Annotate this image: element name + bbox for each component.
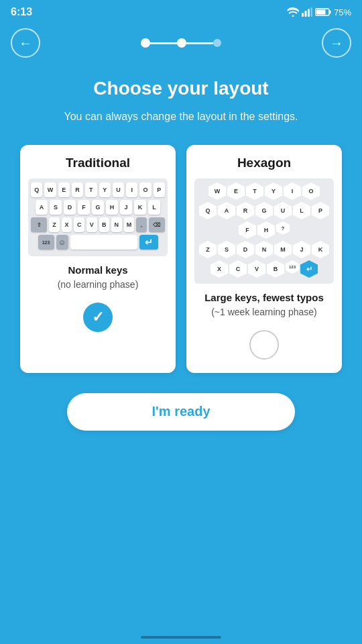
- key-enter: ↵: [139, 235, 158, 250]
- key-backspace: ⌫: [149, 217, 165, 232]
- key-w: W: [44, 182, 56, 197]
- traditional-desc-main: Normal keys: [68, 264, 127, 276]
- battery-icon: [315, 8, 331, 16]
- svg-rect-3: [310, 7, 312, 17]
- key-r: R: [72, 182, 83, 197]
- key-l: L: [148, 200, 160, 215]
- traditional-desc-sub: (no learning phase): [58, 278, 139, 292]
- nav-bar: ← →: [0, 21, 362, 64]
- hkey-t: T: [246, 182, 263, 200]
- traditional-card[interactable]: Traditional Q W E R T Y U I O P A S D F …: [20, 145, 176, 373]
- progress-indicator: [141, 38, 221, 48]
- hkey-i: I: [284, 182, 301, 200]
- back-button[interactable]: ←: [11, 28, 40, 58]
- svg-rect-2: [308, 9, 310, 17]
- hkey-123: 123: [286, 260, 299, 274]
- key-c: C: [74, 217, 84, 232]
- hexagon-keyboard-preview: W E T Y I O Q A R G U L P F H ?: [194, 178, 334, 284]
- hkey-k: K: [312, 241, 329, 258]
- key-o: O: [139, 182, 151, 197]
- key-u: U: [113, 182, 124, 197]
- hkey-e: E: [227, 182, 245, 200]
- hkey-p: P: [312, 202, 329, 219]
- hkey-a: A: [218, 202, 235, 219]
- hexagon-desc-main: Large keys, fewest typos: [204, 292, 324, 303]
- key-m: M: [124, 217, 135, 232]
- page-subtitle: You can always change the layout in the …: [27, 109, 335, 125]
- hkey-question: ?: [276, 221, 290, 235]
- layout-cards-container: Traditional Q W E R T Y U I O P A S D F …: [0, 131, 362, 373]
- key-q: Q: [31, 182, 42, 197]
- key-f: F: [78, 200, 90, 215]
- progress-dot-3: [213, 39, 221, 47]
- hkey-q: Q: [199, 202, 217, 219]
- back-icon: ←: [19, 36, 32, 51]
- progress-dot-2: [177, 38, 186, 48]
- hkey-enter: ↵: [300, 260, 318, 278]
- hex-row-3: F H ?: [196, 221, 333, 239]
- hkey-u: U: [274, 202, 292, 219]
- hkey-l: L: [293, 202, 310, 219]
- kb-row-4: 123 ☺ ↵: [31, 235, 165, 250]
- hkey-j: J: [293, 241, 310, 258]
- hkey-c: C: [229, 260, 247, 278]
- key-t: T: [85, 182, 97, 197]
- ready-button-container: I'm ready: [0, 373, 362, 431]
- hexagon-desc-sub: (~1 week learning phase): [211, 306, 317, 319]
- status-bar: 6:13 75%: [0, 0, 362, 21]
- forward-icon: →: [330, 36, 343, 51]
- hexagon-card[interactable]: Hexagon W E T Y I O Q A R G U L P F: [186, 145, 342, 373]
- kb-row-3: ⇧ Z X C V B N M , ⌫: [31, 217, 165, 232]
- key-p: P: [154, 182, 165, 197]
- hkey-z: Z: [199, 241, 217, 258]
- hex-row-1: W E T Y I O: [196, 182, 333, 200]
- hex-row-4: Z S D N M J K: [196, 241, 333, 258]
- status-icons: 75%: [287, 7, 351, 17]
- traditional-selected-indicator: ✓: [83, 303, 113, 332]
- key-i: I: [126, 182, 137, 197]
- key-d: D: [64, 200, 76, 215]
- key-space: [70, 235, 137, 250]
- key-h: H: [106, 200, 118, 215]
- hkey-x: X: [210, 260, 228, 278]
- hkey-f: F: [239, 221, 256, 239]
- hex-row-2: Q A R G U L P: [196, 202, 333, 219]
- signal-icon: [302, 7, 312, 17]
- key-x: X: [62, 217, 72, 232]
- key-a: A: [36, 200, 48, 215]
- hexagon-selected-indicator: [249, 330, 279, 360]
- hkey-w: W: [208, 182, 226, 200]
- hkey-n: N: [255, 241, 273, 258]
- hkey-g: G: [255, 202, 273, 219]
- key-n: N: [111, 217, 122, 232]
- key-v: V: [86, 217, 97, 232]
- hkey-d: D: [237, 241, 254, 258]
- svg-rect-0: [302, 13, 304, 17]
- hkey-m: M: [274, 241, 292, 258]
- progress-dot-1: [141, 38, 150, 48]
- kb-row-2: A S D F G H J K L: [31, 200, 165, 215]
- progress-line-2: [186, 42, 213, 44]
- progress-line-1: [150, 42, 177, 44]
- hexagon-card-title: Hexagon: [237, 156, 291, 170]
- svg-rect-1: [304, 11, 306, 17]
- header-section: Choose your layout You can always change…: [0, 64, 362, 131]
- key-j: J: [120, 200, 132, 215]
- hkey-h: H: [257, 221, 275, 239]
- key-b: B: [99, 217, 110, 232]
- status-time: 6:13: [11, 6, 32, 18]
- ready-button[interactable]: I'm ready: [67, 393, 295, 431]
- key-z: Z: [49, 217, 60, 232]
- key-y: Y: [99, 182, 111, 197]
- svg-rect-5: [329, 11, 330, 14]
- hkey-r: R: [237, 202, 254, 219]
- key-g: G: [92, 200, 104, 215]
- key-comma: ,: [136, 217, 147, 232]
- traditional-card-title: Traditional: [66, 156, 130, 170]
- hkey-v: V: [248, 260, 265, 278]
- hkey-b: B: [267, 260, 284, 278]
- traditional-keyboard-preview: Q W E R T Y U I O P A S D F G H J K L: [28, 178, 168, 256]
- key-emoji: ☺: [56, 235, 68, 250]
- key-123: 123: [38, 235, 54, 250]
- forward-button[interactable]: →: [322, 28, 351, 58]
